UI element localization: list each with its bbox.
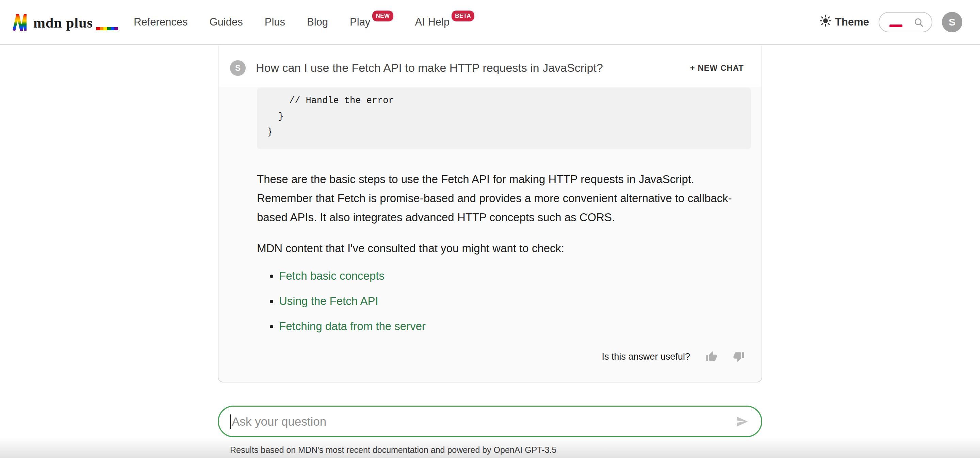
input-placeholder: Ask your question <box>232 415 326 428</box>
theme-toggle[interactable]: Theme <box>819 14 869 30</box>
nav-item-blog[interactable]: Blog <box>307 16 328 28</box>
question-row: S How can I use the Fetch API to make HT… <box>218 46 762 87</box>
header-right: Theme S <box>819 12 962 32</box>
feedback-row: Is this answer useful? <box>218 351 745 363</box>
question-input[interactable]: Ask your question <box>218 406 762 437</box>
theme-label: Theme <box>835 16 869 28</box>
link-fetching-data-from-server[interactable]: Fetching data from the server <box>279 320 426 332</box>
list-item: Fetching data from the server <box>279 320 751 333</box>
answer-paragraph: These are the basic steps to use the Fet… <box>257 170 751 227</box>
nav-item-plus[interactable]: Plus <box>265 16 285 28</box>
composer-footnote: Results based on MDN's most recent docum… <box>230 445 556 455</box>
main-nav: References Guides Plus Blog Play NEW AI … <box>134 16 474 28</box>
list-item: Using the Fetch API <box>279 294 751 308</box>
list-item: Fetch basic concepts <box>279 269 751 283</box>
search-icon <box>913 17 924 28</box>
sun-icon <box>819 14 832 30</box>
send-button[interactable] <box>735 415 749 428</box>
user-avatar[interactable]: S <box>942 12 962 32</box>
thumbs-up-button[interactable] <box>706 351 717 363</box>
code-text: // Handle the error } } <box>267 93 741 140</box>
avatar-initial: S <box>949 16 956 28</box>
thumbs-down-button[interactable] <box>733 351 745 363</box>
nav-item-guides[interactable]: Guides <box>209 16 243 28</box>
code-block: // Handle the error } } <box>257 87 751 149</box>
thumbs-down-icon <box>733 351 745 363</box>
search-input[interactable] <box>878 12 932 32</box>
thumbs-up-icon <box>706 351 717 363</box>
search-caret <box>889 24 902 27</box>
feedback-label: Is this answer useful? <box>601 351 690 362</box>
consulted-intro: MDN content that I've consulted that you… <box>257 242 751 255</box>
nav-item-ai-help[interactable]: AI Help BETA <box>415 16 475 28</box>
chat-panel: S How can I use the Fetch API to make HT… <box>218 46 762 382</box>
send-icon <box>735 415 749 428</box>
beta-badge: BETA <box>452 11 474 21</box>
nav-item-references[interactable]: References <box>134 16 188 28</box>
link-fetch-basic-concepts[interactable]: Fetch basic concepts <box>279 269 385 282</box>
consulted-links: Fetch basic concepts Using the Fetch API… <box>218 269 751 333</box>
mdn-logo[interactable]: mdn plus <box>12 13 118 32</box>
text-caret <box>230 415 231 429</box>
question-title: How can I use the Fetch API to make HTTP… <box>256 61 603 75</box>
site-header: mdn plus References Guides Plus Blog Pla… <box>0 0 980 45</box>
new-badge: NEW <box>372 11 393 21</box>
nav-item-play[interactable]: Play NEW <box>350 16 393 28</box>
rainbow-underscore <box>96 27 118 30</box>
mdn-logo-icon <box>12 13 28 32</box>
new-chat-button[interactable]: + NEW CHAT <box>690 63 744 73</box>
chat-user-avatar: S <box>230 60 246 76</box>
link-using-the-fetch-api[interactable]: Using the Fetch API <box>279 295 379 307</box>
logo-wordmark: mdn plus <box>33 14 93 31</box>
